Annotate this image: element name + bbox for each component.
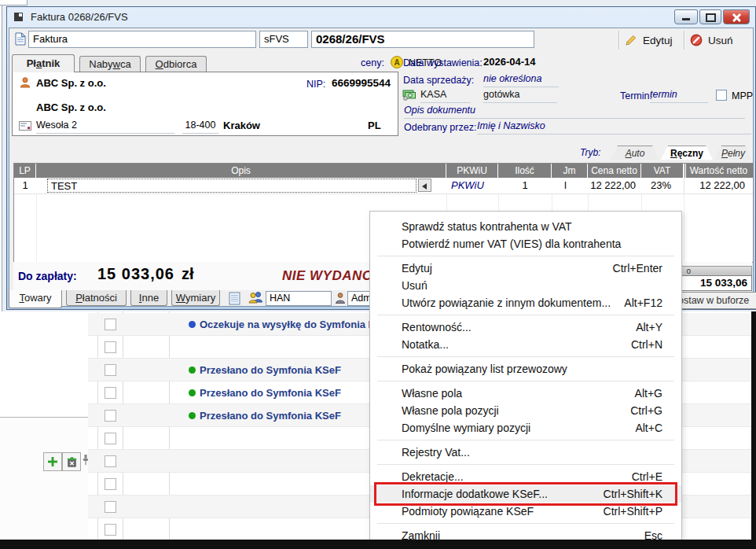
- item-pkwiu[interactable]: PKWiU: [446, 178, 498, 193]
- contractor-icon: [19, 76, 31, 89]
- tab-nabywca[interactable]: Nabywca: [79, 56, 141, 72]
- menu-item-label: Podmioty powiązane KSeF: [402, 505, 534, 518]
- notes-icon[interactable]: [229, 292, 241, 305]
- row-checkbox[interactable]: [105, 319, 116, 330]
- received-by-field[interactable]: Imię i Nazwisko: [477, 120, 751, 134]
- add-button[interactable]: [43, 452, 62, 471]
- row-checkbox[interactable]: [105, 341, 116, 353]
- column-header-wartosc-netto[interactable]: Wartość netto: [684, 164, 751, 178]
- column-header-lp[interactable]: LP: [14, 164, 36, 178]
- row-checkbox[interactable]: [105, 501, 116, 513]
- menu-item-usun[interactable]: Usuń: [370, 277, 681, 294]
- menu-item-shortcut: Ctrl+Enter: [613, 262, 662, 274]
- row-checkbox[interactable]: [105, 387, 116, 399]
- document-type-field[interactable]: Faktura: [28, 31, 256, 48]
- row-status: Oczekuje na wysyłkę do Symfonia KSe: [200, 313, 388, 336]
- delete-button-label: Usuń: [708, 35, 733, 46]
- item-opis-cell[interactable]: TEST: [36, 178, 446, 193]
- close-button[interactable]: [723, 9, 750, 24]
- maximize-icon: [706, 13, 716, 22]
- item-vat[interactable]: 23%: [641, 178, 684, 193]
- menu-item-notatka[interactable]: Notatka...Ctrl+N: [370, 336, 681, 353]
- mpp-checkbox[interactable]: [716, 90, 727, 101]
- tab-auto[interactable]: Auto: [611, 146, 659, 160]
- series-field[interactable]: sFVS: [259, 31, 308, 48]
- screen-edge: [0, 540, 756, 549]
- due-label: Do zapłaty:: [18, 270, 77, 282]
- column-header-pkwiu[interactable]: PKWiU: [446, 164, 498, 178]
- column-guide: [36, 194, 37, 262]
- menu-item-label: Rentowność...: [402, 321, 472, 333]
- issue-date-value[interactable]: 2026-04-14: [483, 56, 536, 68]
- column-header-cena-netto[interactable]: Cena netto: [588, 164, 641, 178]
- country-field[interactable]: PL: [368, 120, 381, 131]
- column-header-ilosc[interactable]: Ilość: [498, 164, 552, 178]
- tab-reczny[interactable]: Ręczny: [661, 146, 713, 160]
- menu-item-pokaz-list-przewozowy[interactable]: Pokaż powiązany list przewozowy: [370, 360, 681, 378]
- menu-item-dekretacje[interactable]: Dekretacje...Ctrl+E: [370, 468, 681, 485]
- tab-odbiorca[interactable]: Odbiorca: [145, 56, 207, 72]
- column-header-opis[interactable]: Opis: [36, 164, 446, 178]
- nip-value[interactable]: 6669995544: [332, 77, 391, 89]
- tab-platnik[interactable]: Płatnik: [12, 54, 75, 72]
- tab-wymiary[interactable]: Wymiary: [171, 290, 220, 306]
- item-cena-netto[interactable]: 12 222,00: [588, 178, 641, 193]
- termin-field[interactable]: termin: [650, 89, 708, 103]
- row-checkbox[interactable]: [105, 410, 116, 422]
- register-field[interactable]: KASA: [420, 89, 471, 103]
- edit-button[interactable]: Edytuj: [625, 31, 681, 50]
- city-field[interactable]: Kraków: [223, 120, 260, 131]
- row-checkbox[interactable]: [105, 524, 116, 536]
- column-header-vat[interactable]: VAT: [641, 164, 684, 178]
- menu-item-label: Usuń: [402, 279, 428, 292]
- invoice-item-row[interactable]: 1 TEST PKWiU 1 l 12 222,00 23% 12 222,00: [14, 178, 753, 194]
- minimize-button[interactable]: [674, 9, 698, 24]
- document-number-field[interactable]: 0268/26/FVS: [311, 31, 534, 48]
- mpp-label: MPP: [732, 90, 753, 101]
- menu-item-edytuj[interactable]: EdytujCtrl+Enter: [370, 260, 681, 277]
- postal-field[interactable]: 18-400: [182, 120, 218, 134]
- menu-item-informacje-dodatkowe-ksef[interactable]: Informacje dodatkowe KSeF...Ctrl+Shift+K: [370, 485, 681, 503]
- row-checkbox[interactable]: [105, 478, 116, 490]
- department-field[interactable]: HAN: [266, 291, 332, 306]
- tab-towary[interactable]: Towary: [9, 290, 62, 308]
- street-field[interactable]: Wesoła 2: [36, 120, 174, 134]
- item-ilosc[interactable]: 1: [498, 178, 552, 193]
- menu-item-wlasne-pola-pozycji[interactable]: Własne pola pozycjiCtrl+G: [370, 402, 681, 419]
- column-header-jm[interactable]: Jm: [552, 164, 588, 178]
- menu-item-wlasne-pola[interactable]: Własne polaAlt+G: [370, 385, 681, 402]
- screen: ✕ nty sprzedaży Oczekuje na wysyłkę do S…: [0, 0, 756, 549]
- item-opis-value[interactable]: TEST: [47, 179, 417, 193]
- issue-date-label: Data wystawienia:: [403, 57, 483, 68]
- menu-item-label: Pokaż powiązany list przewozowy: [402, 363, 567, 375]
- tab-inne[interactable]: Inne: [130, 290, 167, 306]
- menu-separator: [377, 464, 674, 465]
- maximize-button[interactable]: [699, 9, 721, 24]
- tab-label: ełny: [728, 148, 745, 159]
- window-title: Faktura 0268/26/FVS: [31, 7, 128, 28]
- menu-item-podmioty-powiazane-ksef[interactable]: Podmioty powiązane KSeFCtrl+Shift+P: [370, 503, 681, 520]
- item-jm[interactable]: l: [552, 178, 588, 193]
- document-description-field[interactable]: Opis dokumentu: [404, 105, 745, 119]
- sale-date-field[interactable]: nie określona: [483, 73, 559, 87]
- row-checkbox[interactable]: [105, 433, 116, 444]
- row-checkbox[interactable]: [105, 364, 116, 376]
- mode-label: Tryb:: [580, 147, 600, 158]
- opis-expand-button[interactable]: [418, 179, 431, 192]
- row-checkbox[interactable]: [105, 455, 116, 467]
- delete-filter-button[interactable]: [62, 452, 81, 471]
- menu-item-rejestry-vat[interactable]: Rejestry Vat...: [370, 444, 681, 461]
- payment-field[interactable]: gotówka: [483, 89, 557, 103]
- menu-item-label: Informacje dodatkowe KSeF...: [402, 488, 548, 500]
- menu-item-potwierdz-vies[interactable]: Potwierdź numer VAT (VIES) dla kontrahen…: [370, 235, 681, 252]
- delete-button[interactable]: Usuń: [690, 31, 750, 50]
- menu-item-sprawdz-status-vat[interactable]: Sprawdź status kontrahenta w VAT: [370, 218, 681, 235]
- menu-separator: [377, 315, 674, 315]
- pencil-icon: [625, 34, 637, 46]
- background-sidebar: ✕ nty sprzedaży: [0, 311, 89, 540]
- tab-platnosci[interactable]: Płatności: [66, 290, 127, 306]
- menu-item-domyslne-wymiary[interactable]: Domyślne wymiary pozycjiAlt+C: [370, 419, 681, 437]
- menu-item-utworz-powiazanie[interactable]: Utwórz powiązanie z innym dokumentem...A…: [370, 294, 681, 311]
- menu-item-rentownosc[interactable]: Rentowność...Alt+Y: [370, 319, 681, 336]
- item-wartosc-netto[interactable]: 12 222,00: [684, 178, 751, 193]
